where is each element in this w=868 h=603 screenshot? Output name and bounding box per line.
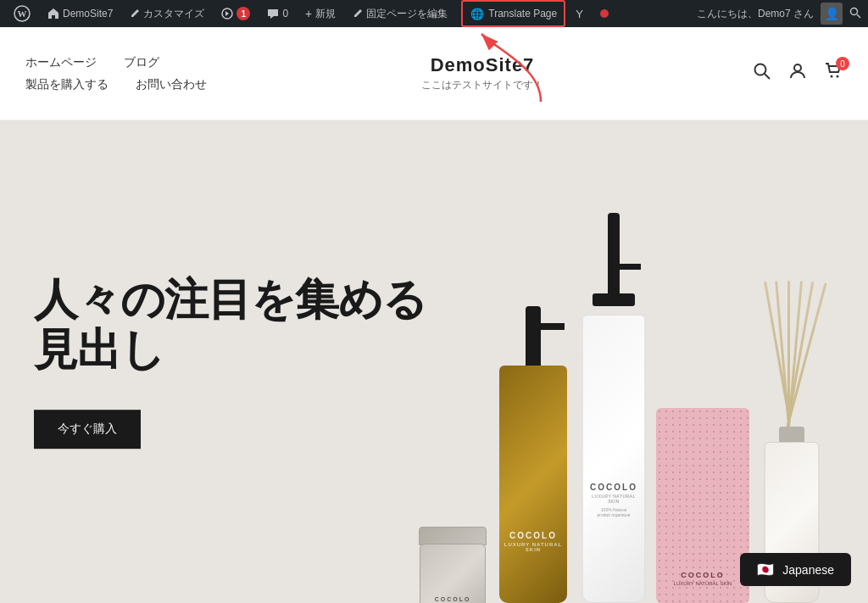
user-icon: [788, 62, 807, 81]
header-icons: 0: [727, 62, 868, 85]
nav-row-2: 製品を購入する お問い合わせ: [25, 77, 212, 92]
pump-label: COCOLO LUXURY NATURAL SKIN: [504, 531, 563, 552]
hero-content: 人々の注目を集める 見出し 今すぐ購入: [34, 275, 426, 449]
site-branding: DemoSite7 ここはテストサイトです！: [237, 54, 727, 92]
white-pump-nozzle: [615, 264, 641, 270]
site-name-button[interactable]: DemoSite7: [41, 0, 120, 27]
new-content-button[interactable]: + 新規: [298, 0, 342, 27]
admin-bar-right: こんにちは、Demo7 さん 👤: [697, 3, 861, 25]
nav-contact[interactable]: お問い合わせ: [136, 77, 207, 92]
greeting-text: こんにちは、Demo7 さん: [697, 7, 814, 21]
avatar-icon: 👤: [825, 7, 839, 20]
comments-button[interactable]: 0: [260, 0, 295, 27]
language-label: Japanese: [782, 563, 834, 577]
site-name-label: DemoSite7: [63, 8, 113, 20]
jar-small-lid: [419, 527, 487, 545]
language-selector[interactable]: 🇯🇵 Japanese: [740, 553, 851, 586]
product-group: COCOLO COCOLO LUXURY NATURAL SKIN: [419, 120, 826, 603]
nav-blog[interactable]: ブログ: [124, 55, 159, 70]
product-pink-box: COCOLO LUXURY NATURAL SKIN: [656, 408, 749, 603]
nav-row-1: ホームページ ブログ: [25, 55, 212, 70]
product-white-pump: COCOLO LUXURY NATURAL SKIN 100% Naturalp…: [580, 213, 648, 603]
svg-point-8: [794, 64, 801, 71]
translate-icon: 🌐: [470, 8, 485, 20]
site-tagline: ここはテストサイトです！: [237, 78, 727, 92]
pump-nozzle: [535, 323, 565, 330]
search-admin-button[interactable]: [849, 7, 861, 21]
hero-cta-button[interactable]: 今すぐ購入: [34, 410, 141, 449]
wp-logo-icon: W: [14, 5, 31, 22]
pink-box-sublabel: LUXURY NATURAL SKIN: [674, 581, 732, 586]
site-title[interactable]: DemoSite7: [237, 54, 727, 76]
nav-home[interactable]: ホームページ: [25, 55, 97, 70]
diffuser-collar: [779, 427, 804, 444]
customize-button[interactable]: カスタマイズ: [123, 0, 211, 27]
admin-bar: W DemoSite7 カスタマイズ 1 0 + 新規 固定ページ: [0, 0, 868, 27]
diffuser-reeds: [766, 281, 817, 450]
white-pump-body: COCOLO LUXURY NATURAL SKIN 100% Naturalp…: [582, 315, 646, 603]
updates-icon: [221, 8, 233, 20]
edit-icon: [353, 8, 363, 19]
new-label: 新規: [315, 7, 336, 21]
edit-page-button[interactable]: 固定ページを編集: [346, 0, 454, 27]
customize-label: カスタマイズ: [143, 7, 204, 21]
status-dot-icon: [600, 9, 609, 18]
flag-icon: 🇯🇵: [757, 561, 774, 578]
account-button[interactable]: [788, 62, 807, 85]
product-amber-pump: COCOLO LUXURY NATURAL SKIN: [495, 281, 571, 603]
main-navigation: ホームページ ブログ 製品を購入する お問い合わせ: [0, 55, 237, 92]
pump-body: COCOLO LUXURY NATURAL SKIN: [499, 366, 567, 603]
svg-line-7: [765, 74, 770, 79]
comments-icon: [267, 8, 279, 19]
status-dot-button[interactable]: [593, 0, 615, 27]
avatar[interactable]: 👤: [821, 3, 843, 25]
yoast-button[interactable]: Y: [569, 0, 590, 27]
svg-text:W: W: [18, 8, 27, 19]
cart-count: 0: [836, 57, 849, 70]
yoast-icon: Y: [576, 8, 583, 20]
hero-heading-line1: 人々の注目を集める: [34, 275, 426, 324]
plus-icon: +: [305, 7, 312, 20]
white-pump-head: [608, 213, 620, 298]
product-jar-small: COCOLO: [419, 493, 487, 603]
pencil-icon: [130, 8, 140, 19]
white-pump-collar: [593, 293, 635, 306]
cart-button[interactable]: 0: [824, 62, 843, 85]
home-icon: [47, 8, 59, 20]
hero-section: 人々の注目を集める 見出し 今すぐ購入 COCOLO COCOLO: [0, 120, 868, 603]
svg-point-3: [851, 8, 858, 14]
comments-count: 0: [282, 8, 288, 20]
hero-heading-line2: 見出し: [34, 326, 164, 375]
search-icon: [849, 7, 861, 19]
site-header: ホームページ ブログ 製品を購入する お問い合わせ DemoSite7 ここはテ…: [0, 27, 868, 120]
svg-point-10: [837, 75, 839, 78]
edit-label: 固定ページを編集: [366, 7, 448, 21]
pump-head: [526, 306, 541, 374]
updates-count: 1: [236, 7, 250, 20]
translate-label: Translate Page: [488, 8, 557, 20]
search-icon: [753, 62, 771, 81]
jar-small-body: COCOLO: [420, 544, 486, 603]
jar-small-label: COCOLO: [426, 596, 481, 602]
white-pump-text: COCOLO LUXURY NATURAL SKIN 100% Naturalp…: [587, 483, 642, 517]
svg-point-9: [831, 75, 833, 78]
svg-point-6: [755, 64, 766, 75]
translate-page-button[interactable]: 🌐 Translate Page: [461, 0, 565, 27]
search-button[interactable]: [753, 62, 771, 85]
hero-products: COCOLO COCOLO LUXURY NATURAL SKIN: [376, 120, 868, 603]
nav-shop[interactable]: 製品を購入する: [25, 77, 108, 92]
pink-box-brand: COCOLO: [681, 571, 725, 579]
svg-line-4: [857, 14, 860, 18]
updates-button[interactable]: 1: [214, 0, 257, 27]
hero-heading: 人々の注目を集める 見出し: [34, 275, 426, 377]
wp-logo-button[interactable]: W: [7, 0, 37, 27]
